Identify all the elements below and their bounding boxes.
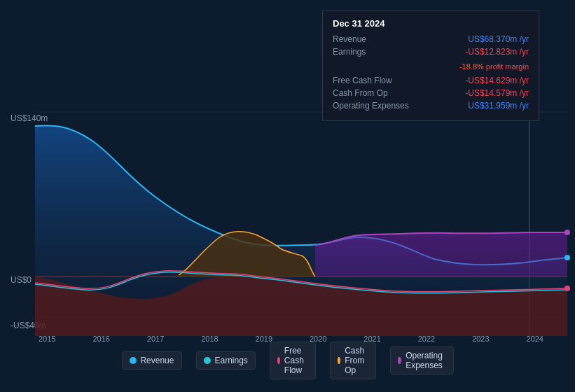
legend-label-earnings: Earnings	[214, 356, 247, 365]
tooltip-fcf-value: -US$14.629m /yr	[465, 76, 529, 85]
svg-point-6	[564, 230, 570, 235]
legend-dot-cfo	[338, 357, 340, 364]
x-label-2015: 2015	[39, 335, 55, 343]
tooltip-earnings-value: -US$12.823m /yr	[465, 47, 529, 57]
tooltip-fcf-label: Free Cash Flow	[333, 76, 417, 85]
tooltip-box: Dec 31 2024 Revenue US$68.370m /yr Earni…	[322, 10, 539, 121]
tooltip-revenue-value: US$68.370m /yr	[468, 34, 529, 44]
tooltip-fcf-row: Free Cash Flow -US$14.629m /yr	[333, 76, 529, 85]
legend-dot-revenue	[129, 357, 136, 364]
chart-svg	[0, 105, 575, 336]
legend-label-fcf: Free Cash Flow	[284, 346, 308, 375]
legend-item-fcf[interactable]: Free Cash Flow	[270, 342, 316, 379]
legend-label-cfo: Cash From Op	[345, 346, 368, 375]
tooltip-opex-value: US$31.959m /yr	[468, 101, 529, 111]
legend-item-cfo[interactable]: Cash From Op	[330, 342, 376, 379]
chart-legend: Revenue Earnings Free Cash Flow Cash Fro…	[121, 342, 453, 379]
tooltip-cfo-label: Cash From Op	[333, 88, 417, 98]
legend-dot-opex	[398, 357, 401, 364]
tooltip-cfo-row: Cash From Op -US$14.579m /yr	[333, 88, 529, 98]
tooltip-date: Dec 31 2024	[333, 18, 529, 29]
tooltip-revenue-row: Revenue US$68.370m /yr	[333, 34, 529, 44]
legend-label-revenue: Revenue	[140, 356, 174, 365]
tooltip-earnings-row: Earnings -US$12.823m /yr	[333, 47, 529, 57]
tooltip-cfo-value: -US$14.579m /yr	[465, 88, 529, 98]
svg-point-7	[564, 286, 570, 291]
legend-item-earnings[interactable]: Earnings	[195, 351, 255, 370]
legend-dot-earnings	[203, 357, 210, 364]
x-label-2016: 2016	[92, 335, 109, 343]
legend-dot-fcf	[277, 357, 280, 364]
tooltip-opex-row: Operating Expenses US$31.959m /yr	[333, 101, 529, 111]
tooltip-earnings-label: Earnings	[333, 47, 417, 57]
x-label-2024: 2024	[527, 335, 543, 343]
legend-item-revenue[interactable]: Revenue	[121, 351, 181, 370]
tooltip-profit-margin: -18.8% profit margin	[459, 62, 529, 71]
legend-item-opex[interactable]: Operating Expenses	[390, 346, 454, 374]
chart-container: Dec 31 2024 Revenue US$68.370m /yr Earni…	[0, 0, 575, 392]
svg-point-5	[564, 255, 570, 260]
legend-label-opex: Operating Expenses	[406, 351, 445, 370]
tooltip-opex-label: Operating Expenses	[333, 101, 417, 111]
tooltip-revenue-label: Revenue	[333, 34, 417, 44]
x-label-2023: 2023	[472, 335, 489, 343]
